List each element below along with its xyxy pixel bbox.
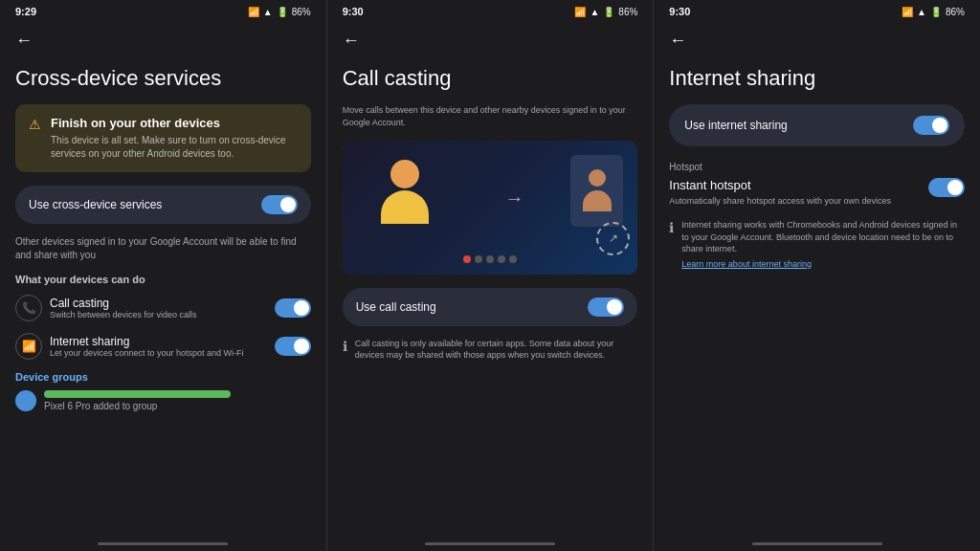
hotspot-section-label: Hotspot [669, 162, 965, 172]
wifi-icon-1: ▲ [263, 7, 273, 17]
battery-icon-2: 🔋 [603, 7, 614, 17]
call-casting-toggle-row[interactable]: Use call casting [343, 288, 638, 326]
battery-pct-2: 86% [618, 7, 637, 17]
hotspot-desc: Automatically share hotspot access with … [669, 195, 891, 208]
device-name: Pixel 6 Pro added to group [44, 401, 311, 411]
signal-icon-1: 📶 [248, 7, 259, 17]
signal-icon-2: 📶 [574, 7, 586, 17]
panel1-content: Cross-device services ⚠ Finish on your o… [0, 58, 326, 535]
warning-card: ⚠ Finish on your other devices This devi… [15, 104, 311, 172]
person-large [371, 160, 438, 246]
cross-device-toggle[interactable] [261, 195, 298, 214]
bottom-bar-2 [425, 542, 555, 545]
wifi-icon-3: ▲ [917, 7, 926, 17]
video-dot-red [463, 255, 471, 263]
page-title-1: Cross-device services [15, 66, 311, 91]
back-button-3[interactable]: ← [654, 23, 980, 58]
page-title-2: Call casting [343, 66, 638, 91]
panel2-content: Call casting Move calls between this dev… [327, 58, 654, 535]
battery-pct-3: 86% [946, 7, 965, 17]
battery-pct-1: 86% [292, 7, 311, 17]
back-button-2[interactable]: ← [327, 23, 654, 58]
internet-sharing-info-row: ℹ Internet sharing works with Chromebook… [669, 219, 965, 269]
status-icons-1: 📶 ▲ 🔋 86% [248, 7, 311, 17]
person-head-large [390, 160, 419, 188]
learn-more-link[interactable]: Learn more about internet sharing [681, 259, 965, 269]
status-bar-2: 9:30 📶 ▲ 🔋 86% [327, 0, 654, 23]
status-icons-3: 📶 ▲ 🔋 86% [902, 7, 965, 17]
warning-icon: ⚠ [29, 117, 41, 132]
internet-sharing-info: Internet sharing Let your devices connec… [50, 335, 267, 360]
dashed-arrow-icon: ↗ [609, 231, 618, 245]
call-casting-image: → ↗ [343, 141, 638, 275]
internet-sharing-toggle[interactable] [275, 337, 311, 356]
hotspot-info: Instant hotspot Automatically share hots… [669, 178, 891, 208]
internet-sharing-row[interactable]: 📶 Internet sharing Let your devices conn… [15, 333, 311, 360]
use-internet-sharing-label: Use internet sharing [684, 119, 787, 132]
signal-icon-3: 📶 [902, 7, 913, 17]
page-title-3: Internet sharing [669, 66, 965, 91]
battery-icon-1: 🔋 [277, 7, 288, 17]
dashed-circle: ↗ [596, 222, 630, 255]
person-small-body [583, 190, 612, 211]
video-dots [463, 255, 517, 263]
status-bar-3: 9:30 📶 ▲ 🔋 86% [654, 0, 980, 23]
use-call-casting-toggle[interactable] [588, 298, 624, 317]
internet-sharing-info-content: Internet sharing works with Chromebooks … [681, 219, 965, 269]
section-heading: What your devices can do [15, 274, 311, 285]
video-dot-4 [509, 255, 517, 263]
video-dot-1 [475, 255, 482, 263]
bottom-bar-1 [98, 542, 228, 545]
person-body-large [381, 190, 429, 224]
internet-sharing-icon: 📶 [15, 333, 42, 360]
hotspot-title: Instant hotspot [669, 178, 891, 192]
video-call-bg: → ↗ [343, 141, 638, 275]
cast-arrow-icon: → [504, 187, 523, 209]
internet-sharing-desc: Let your devices connect to your hotspot… [50, 348, 267, 360]
internet-sharing-info-text: Internet sharing works with Chromebooks … [681, 219, 965, 255]
phone-screen-small [570, 155, 623, 227]
device-bar-wrap: Pixel 6 Pro added to group [44, 390, 311, 411]
warning-text: This device is all set. Make sure to tur… [51, 134, 298, 161]
info-icon-2: ℹ [343, 339, 347, 354]
use-internet-sharing-toggle[interactable] [913, 116, 949, 135]
info-icon-3: ℹ [669, 220, 674, 235]
battery-icon-3: 🔋 [930, 7, 942, 17]
call-casting-desc: Switch between devices for video calls [50, 310, 267, 321]
warning-title: Finish on your other devices [51, 116, 298, 130]
panel3-content: Internet sharing Use internet sharing Ho… [654, 58, 980, 535]
warning-content: Finish on your other devices This device… [51, 116, 298, 161]
call-casting-row[interactable]: 📞 Call casting Switch between devices fo… [15, 295, 311, 321]
cross-device-toggle-row[interactable]: Use cross-device services [15, 186, 311, 224]
cross-device-section-text: Other devices signed in to your Google A… [15, 235, 311, 262]
panel-internet-sharing: 9:30 📶 ▲ 🔋 86% ← Internet sharing Use in… [654, 0, 980, 551]
time-3: 9:30 [669, 6, 690, 17]
hotspot-row[interactable]: Instant hotspot Automatically share hots… [669, 178, 965, 208]
video-dot-3 [498, 255, 505, 263]
device-dot [15, 390, 36, 411]
panel-cross-device: 9:29 📶 ▲ 🔋 86% ← Cross-device services ⚠… [0, 0, 327, 551]
call-casting-info-text: Call casting is only available for certa… [355, 338, 638, 362]
back-button-1[interactable]: ← [0, 23, 326, 58]
device-item: Pixel 6 Pro added to group [15, 390, 311, 411]
internet-sharing-toggle-row[interactable]: Use internet sharing [669, 104, 965, 146]
status-bar-1: 9:29 📶 ▲ 🔋 86% [0, 0, 326, 23]
hotspot-toggle[interactable] [928, 178, 965, 197]
call-casting-icon: 📞 [15, 295, 42, 321]
device-bar [44, 390, 231, 398]
time-2: 9:30 [343, 6, 364, 17]
time-1: 9:29 [15, 6, 36, 17]
device-groups-label: Device groups [15, 371, 311, 383]
panel-call-casting: 9:30 📶 ▲ 🔋 86% ← Call casting Move calls… [327, 0, 655, 551]
cross-device-toggle-label: Use cross-device services [29, 198, 162, 211]
call-casting-toggle[interactable] [275, 298, 311, 318]
call-casting-subtitle: Move calls between this device and other… [343, 104, 638, 128]
status-icons-2: 📶 ▲ 🔋 86% [574, 7, 637, 17]
video-dot-2 [486, 255, 494, 263]
call-casting-name: Call casting [50, 297, 267, 310]
call-casting-info: Call casting Switch between devices for … [50, 297, 267, 321]
bottom-bar-3 [752, 542, 882, 545]
use-call-casting-label: Use call casting [356, 300, 436, 314]
call-casting-info-row: ℹ Call casting is only available for cer… [343, 338, 638, 362]
internet-sharing-name: Internet sharing [50, 335, 267, 348]
